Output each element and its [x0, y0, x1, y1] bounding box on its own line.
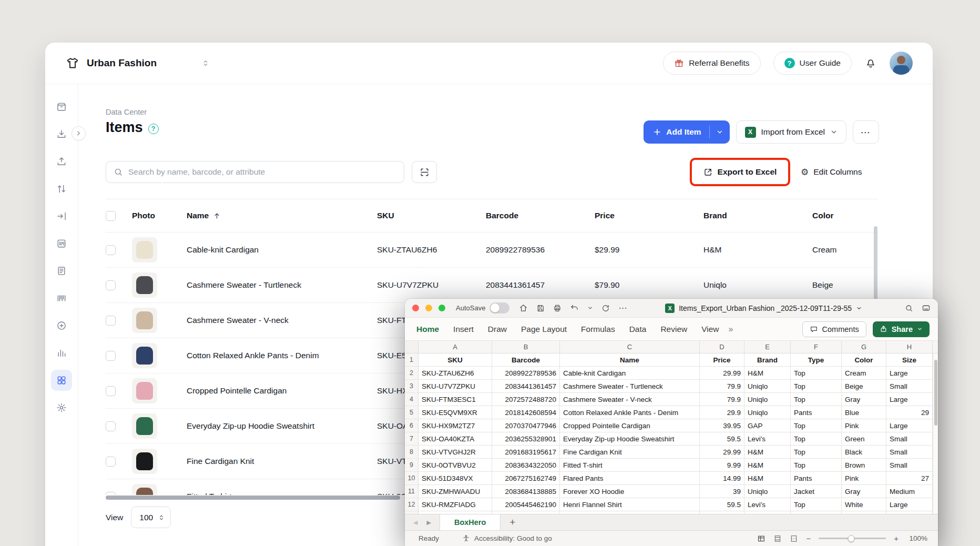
barcode-scan-button[interactable] [412, 161, 437, 183]
grid-vertical-scrollbar[interactable] [933, 353, 938, 514]
grid-cell[interactable]: 29 [886, 406, 933, 419]
row-number[interactable]: 1 [405, 353, 418, 367]
grid-cell[interactable]: Small [886, 446, 933, 459]
row-checkbox[interactable] [106, 421, 116, 431]
grid-cell[interactable]: SKU [418, 353, 492, 367]
document-title-group[interactable]: X Items_Export_Urban Fashion _2025-12-09… [627, 304, 901, 313]
grid-cell[interactable]: White [842, 498, 886, 511]
grid-cell[interactable]: 59.5 [700, 432, 744, 446]
grid-cell[interactable]: Top [791, 419, 842, 432]
column-header-G[interactable]: G [842, 341, 886, 353]
home-icon[interactable] [519, 304, 528, 312]
print-icon[interactable] [553, 304, 562, 312]
grid-cell[interactable]: Top [791, 380, 842, 393]
grid-cell[interactable]: Small [886, 459, 933, 472]
row-checkbox[interactable] [106, 316, 116, 326]
zoom-in-button[interactable]: + [894, 534, 899, 543]
excel-tab-review[interactable]: Review [660, 325, 687, 334]
grid-cell[interactable]: Fitted T-shirt [560, 459, 700, 472]
grid-cell[interactable]: Brown [842, 459, 886, 472]
grid-cell[interactable]: Beige [842, 380, 886, 393]
grid-cell[interactable]: Green [842, 432, 886, 446]
grid-cell[interactable]: Brand [744, 353, 791, 367]
sidebar-item-stock-out[interactable] [51, 151, 72, 172]
page-size-select[interactable]: 100 [131, 507, 171, 528]
refresh-icon[interactable] [601, 304, 610, 312]
grid-cell[interactable]: 29.99 [700, 446, 744, 459]
redo-dropdown-icon[interactable] [587, 305, 593, 311]
row-number[interactable]: 2 [405, 367, 418, 380]
items-help-icon[interactable]: ? [148, 124, 159, 134]
scrollbar-thumb[interactable] [934, 360, 937, 426]
referral-benefits-button[interactable]: Referral Benefits [663, 52, 760, 75]
page-break-view-icon[interactable] [790, 534, 798, 543]
sidebar-item-print-label[interactable] [51, 233, 72, 254]
row-number[interactable]: 8 [405, 446, 418, 459]
column-header-F[interactable]: F [791, 341, 842, 353]
grid-cell[interactable]: Cream [842, 367, 886, 380]
add-item-dropdown[interactable] [710, 120, 730, 144]
comments-button[interactable]: Comments [802, 321, 866, 337]
grid-cell[interactable]: 2083634322050 [492, 459, 560, 472]
grid-cell[interactable]: GAP [744, 419, 791, 432]
grid-cell[interactable]: Cropped Pointelle Cardigan [560, 419, 700, 432]
grid-cell[interactable]: Levi's [744, 498, 791, 511]
share-button[interactable]: Share [873, 321, 930, 337]
grid-cell[interactable]: Type [791, 353, 842, 367]
grid-cell[interactable]: Small [886, 380, 933, 393]
excel-tab-data[interactable]: Data [629, 325, 647, 334]
page-layout-view-icon[interactable] [773, 534, 782, 543]
grid-cell[interactable]: Black [842, 446, 886, 459]
user-avatar[interactable] [890, 52, 913, 75]
sidebar-item-stock-in[interactable] [51, 124, 72, 145]
save-icon[interactable] [536, 304, 545, 312]
row-number[interactable]: 3 [405, 380, 418, 393]
grid-cell[interactable]: H&M [744, 367, 791, 380]
row-number[interactable]: 6 [405, 419, 418, 432]
grid-cell[interactable]: 2083441361457 [492, 380, 560, 393]
grid-cell[interactable]: 9.99 [700, 459, 744, 472]
notification-bell-icon[interactable] [864, 57, 877, 69]
search-icon[interactable] [905, 304, 913, 312]
excel-tab-page-layout[interactable]: Page Layout [521, 325, 567, 334]
grid-cell[interactable]: Large [886, 419, 933, 432]
zoom-out-button[interactable]: − [806, 534, 811, 543]
grid-cell[interactable]: Pink [842, 472, 886, 485]
grid-cell[interactable]: SKU-HX9M2TZ7 [418, 419, 492, 432]
grid-cell[interactable]: Large [886, 367, 933, 380]
grid-cell[interactable]: 39 [700, 485, 744, 498]
grid-cell[interactable]: 29.99 [700, 367, 744, 380]
sidebar-expand-button[interactable] [72, 126, 86, 140]
grid-cell[interactable]: Top [791, 367, 842, 380]
column-header-color[interactable]: Color [812, 211, 878, 220]
grid-cell[interactable]: 59.5 [700, 498, 744, 511]
grid-cell[interactable]: Barcode [492, 353, 560, 367]
grid-cell[interactable]: Gray [842, 485, 886, 498]
more-actions-button[interactable]: ⋯ [853, 120, 879, 144]
grid-cell[interactable]: H&M [744, 472, 791, 485]
grid-cell[interactable]: Gray [842, 393, 886, 406]
grid-cell[interactable]: Large [886, 498, 933, 511]
grid-cell[interactable]: Forever XO Hoodie [560, 485, 700, 498]
grid-cell[interactable]: Large [886, 393, 933, 406]
sidebar-item-move[interactable] [51, 206, 72, 227]
grid-cell[interactable]: Cashmere Sweater - V-neck [560, 393, 700, 406]
zoom-slider[interactable] [819, 538, 886, 539]
user-guide-button[interactable]: ? User Guide [773, 52, 852, 75]
grid-cell[interactable]: 2072572488720 [492, 393, 560, 406]
grid-cell[interactable]: 79.9 [700, 380, 744, 393]
row-checkbox[interactable] [106, 492, 116, 496]
grid-cell[interactable]: Small [886, 432, 933, 446]
zoom-slider-knob[interactable] [848, 535, 854, 542]
column-header-D[interactable]: D [700, 341, 744, 353]
grid-cell[interactable]: Uniqlo [744, 406, 791, 419]
column-header-H[interactable]: H [886, 341, 933, 353]
grid-cell[interactable]: Top [791, 432, 842, 446]
row-number[interactable]: 4 [405, 393, 418, 406]
excel-tab-draw[interactable]: Draw [488, 325, 507, 334]
grid-cell[interactable]: 2018142608594 [492, 406, 560, 419]
grid-cell[interactable]: Name [560, 353, 700, 367]
grid-cell[interactable]: Henri Flannel Shirt [560, 498, 700, 511]
workspace-switch-icon[interactable] [201, 59, 210, 67]
grid-cell[interactable]: Top [791, 446, 842, 459]
